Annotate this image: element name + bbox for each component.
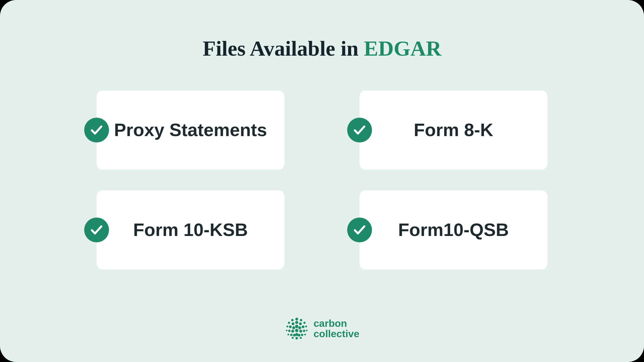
svg-point-30	[300, 337, 302, 339]
svg-point-1	[291, 319, 293, 321]
check-icon	[347, 118, 372, 142]
svg-point-13	[292, 326, 295, 329]
svg-point-12	[295, 325, 299, 328]
svg-point-17	[288, 329, 290, 332]
svg-point-22	[287, 334, 289, 335]
card-form-10ksb: Form 10-KSB	[97, 190, 284, 269]
svg-point-27	[293, 334, 296, 337]
check-icon	[347, 218, 372, 242]
svg-point-10	[289, 325, 292, 328]
svg-point-5	[295, 321, 298, 324]
svg-point-23	[304, 334, 306, 335]
svg-point-6	[291, 322, 294, 325]
brand-line-1: carbon	[314, 318, 360, 329]
svg-point-11	[302, 325, 305, 328]
svg-point-0	[295, 318, 298, 320]
svg-point-14	[298, 326, 301, 329]
svg-point-25	[301, 334, 303, 336]
card-form-10qsb: Form10-QSB	[360, 190, 547, 269]
brand-line-2: collective	[314, 328, 360, 339]
svg-point-3	[288, 322, 290, 324]
card-label: Form10-QSB	[398, 219, 509, 241]
svg-point-24	[290, 334, 292, 336]
check-icon	[84, 118, 109, 142]
svg-point-29	[292, 337, 294, 339]
card-label: Form 10-KSB	[133, 219, 248, 241]
card-form-8k: Form 8-K	[360, 90, 547, 170]
page-title: Files Available in EDGAR	[0, 0, 644, 61]
svg-point-15	[286, 330, 287, 331]
info-panel: Files Available in EDGAR Proxy Statement…	[0, 0, 644, 362]
card-grid: Proxy Statements Form 8-K Form 10-KSB Fo…	[0, 90, 644, 269]
brand-name: carbon collective	[314, 318, 360, 339]
check-icon	[84, 218, 109, 242]
svg-point-21	[299, 330, 302, 333]
svg-point-28	[298, 334, 301, 337]
svg-point-20	[291, 330, 294, 333]
svg-point-7	[299, 322, 302, 325]
svg-point-4	[303, 322, 305, 324]
svg-point-2	[300, 319, 302, 321]
svg-point-9	[305, 325, 307, 327]
brand-logo: carbon collective	[285, 316, 360, 341]
title-highlight: EDGAR	[364, 37, 441, 60]
card-label: Form 8-K	[414, 119, 493, 141]
brand-mark-icon	[285, 316, 309, 341]
card-proxy-statements: Proxy Statements	[97, 90, 284, 170]
svg-point-8	[286, 325, 288, 327]
svg-point-16	[306, 330, 308, 331]
title-prefix: Files Available in	[203, 37, 364, 60]
svg-point-19	[295, 329, 299, 332]
svg-point-31	[296, 337, 298, 340]
card-label: Proxy Statements	[114, 119, 267, 141]
svg-point-18	[303, 329, 305, 332]
